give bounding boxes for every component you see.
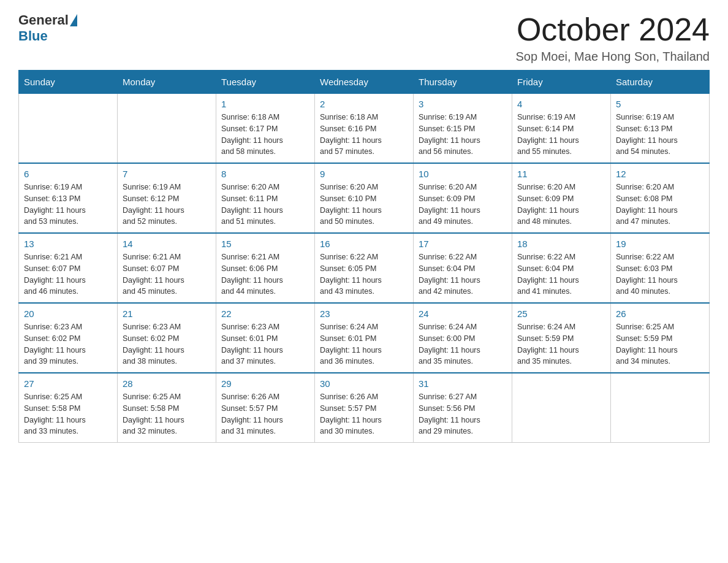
day-number: 15 bbox=[221, 239, 309, 249]
calendar-week-row: 27Sunrise: 6:25 AM Sunset: 5:58 PM Dayli… bbox=[19, 373, 710, 443]
day-info: Sunrise: 6:21 AM Sunset: 6:07 PM Dayligh… bbox=[123, 251, 211, 297]
weekday-header-saturday: Saturday bbox=[611, 71, 710, 94]
day-info: Sunrise: 6:26 AM Sunset: 5:57 PM Dayligh… bbox=[320, 391, 408, 437]
calendar-cell: 10Sunrise: 6:20 AM Sunset: 6:09 PM Dayli… bbox=[414, 163, 512, 233]
day-number: 30 bbox=[320, 378, 408, 389]
day-info: Sunrise: 6:19 AM Sunset: 6:15 PM Dayligh… bbox=[419, 112, 507, 158]
day-info: Sunrise: 6:25 AM Sunset: 5:58 PM Dayligh… bbox=[24, 391, 112, 437]
calendar-cell: 13Sunrise: 6:21 AM Sunset: 6:07 PM Dayli… bbox=[19, 233, 118, 303]
day-info: Sunrise: 6:20 AM Sunset: 6:09 PM Dayligh… bbox=[419, 182, 507, 228]
calendar-cell: 27Sunrise: 6:25 AM Sunset: 5:58 PM Dayli… bbox=[19, 373, 118, 443]
calendar-cell: 19Sunrise: 6:22 AM Sunset: 6:03 PM Dayli… bbox=[611, 233, 710, 303]
weekday-header-wednesday: Wednesday bbox=[315, 71, 414, 94]
day-number: 23 bbox=[320, 308, 408, 319]
calendar-week-row: 20Sunrise: 6:23 AM Sunset: 6:02 PM Dayli… bbox=[19, 303, 710, 373]
day-info: Sunrise: 6:24 AM Sunset: 6:01 PM Dayligh… bbox=[320, 321, 408, 367]
calendar-cell: 30Sunrise: 6:26 AM Sunset: 5:57 PM Dayli… bbox=[315, 373, 414, 443]
day-number: 27 bbox=[24, 378, 112, 389]
calendar-cell: 1Sunrise: 6:18 AM Sunset: 6:17 PM Daylig… bbox=[216, 94, 315, 164]
calendar-cell bbox=[512, 373, 611, 443]
day-info: Sunrise: 6:20 AM Sunset: 6:10 PM Dayligh… bbox=[320, 182, 408, 228]
day-info: Sunrise: 6:26 AM Sunset: 5:57 PM Dayligh… bbox=[221, 391, 309, 437]
logo-general-text: General bbox=[18, 12, 69, 28]
day-number: 4 bbox=[517, 99, 605, 109]
day-number: 8 bbox=[221, 169, 309, 179]
calendar-cell: 20Sunrise: 6:23 AM Sunset: 6:02 PM Dayli… bbox=[19, 303, 118, 373]
calendar-header-row: SundayMondayTuesdayWednesdayThursdayFrid… bbox=[19, 71, 710, 94]
day-info: Sunrise: 6:21 AM Sunset: 6:07 PM Dayligh… bbox=[24, 251, 112, 297]
day-number: 11 bbox=[517, 169, 605, 179]
calendar-cell: 14Sunrise: 6:21 AM Sunset: 6:07 PM Dayli… bbox=[118, 233, 216, 303]
calendar-cell: 7Sunrise: 6:19 AM Sunset: 6:12 PM Daylig… bbox=[118, 163, 216, 233]
day-number: 6 bbox=[24, 169, 112, 179]
calendar-week-row: 13Sunrise: 6:21 AM Sunset: 6:07 PM Dayli… bbox=[19, 233, 710, 303]
day-number: 9 bbox=[320, 169, 408, 179]
day-info: Sunrise: 6:20 AM Sunset: 6:11 PM Dayligh… bbox=[221, 182, 309, 228]
calendar-cell: 22Sunrise: 6:23 AM Sunset: 6:01 PM Dayli… bbox=[216, 303, 315, 373]
calendar-cell: 8Sunrise: 6:20 AM Sunset: 6:11 PM Daylig… bbox=[216, 163, 315, 233]
day-number: 21 bbox=[123, 308, 211, 319]
day-info: Sunrise: 6:20 AM Sunset: 6:08 PM Dayligh… bbox=[616, 182, 704, 228]
logo-blue-text: Blue bbox=[18, 28, 48, 44]
day-number: 22 bbox=[221, 308, 309, 319]
calendar-cell: 12Sunrise: 6:20 AM Sunset: 6:08 PM Dayli… bbox=[611, 163, 710, 233]
calendar-cell bbox=[19, 94, 118, 164]
page-title: October 2024 bbox=[516, 12, 710, 47]
calendar-table: SundayMondayTuesdayWednesdayThursdayFrid… bbox=[18, 70, 710, 443]
page-header: General Blue October 2024 Sop Moei, Mae … bbox=[18, 12, 710, 64]
calendar-cell: 3Sunrise: 6:19 AM Sunset: 6:15 PM Daylig… bbox=[414, 94, 512, 164]
day-number: 16 bbox=[320, 239, 408, 249]
day-info: Sunrise: 6:23 AM Sunset: 6:02 PM Dayligh… bbox=[24, 321, 112, 367]
day-info: Sunrise: 6:27 AM Sunset: 5:56 PM Dayligh… bbox=[419, 391, 507, 437]
day-info: Sunrise: 6:25 AM Sunset: 5:59 PM Dayligh… bbox=[616, 321, 704, 367]
calendar-cell: 5Sunrise: 6:19 AM Sunset: 6:13 PM Daylig… bbox=[611, 94, 710, 164]
calendar-cell: 21Sunrise: 6:23 AM Sunset: 6:02 PM Dayli… bbox=[118, 303, 216, 373]
calendar-cell: 29Sunrise: 6:26 AM Sunset: 5:57 PM Dayli… bbox=[216, 373, 315, 443]
calendar-cell: 18Sunrise: 6:22 AM Sunset: 6:04 PM Dayli… bbox=[512, 233, 611, 303]
calendar-cell: 23Sunrise: 6:24 AM Sunset: 6:01 PM Dayli… bbox=[315, 303, 414, 373]
calendar-cell: 2Sunrise: 6:18 AM Sunset: 6:16 PM Daylig… bbox=[315, 94, 414, 164]
day-number: 28 bbox=[123, 378, 211, 389]
day-number: 18 bbox=[517, 239, 605, 249]
day-number: 19 bbox=[616, 239, 704, 249]
calendar-cell: 24Sunrise: 6:24 AM Sunset: 6:00 PM Dayli… bbox=[414, 303, 512, 373]
day-number: 24 bbox=[419, 308, 507, 319]
day-info: Sunrise: 6:19 AM Sunset: 6:12 PM Dayligh… bbox=[123, 182, 211, 228]
calendar-cell: 31Sunrise: 6:27 AM Sunset: 5:56 PM Dayli… bbox=[414, 373, 512, 443]
day-number: 12 bbox=[616, 169, 704, 179]
day-number: 14 bbox=[123, 239, 211, 249]
day-number: 3 bbox=[419, 99, 507, 109]
day-number: 25 bbox=[517, 308, 605, 319]
day-number: 20 bbox=[24, 308, 112, 319]
day-info: Sunrise: 6:18 AM Sunset: 6:17 PM Dayligh… bbox=[221, 112, 309, 158]
calendar-cell: 17Sunrise: 6:22 AM Sunset: 6:04 PM Dayli… bbox=[414, 233, 512, 303]
day-info: Sunrise: 6:21 AM Sunset: 6:06 PM Dayligh… bbox=[221, 251, 309, 297]
weekday-header-thursday: Thursday bbox=[414, 71, 512, 94]
weekday-header-sunday: Sunday bbox=[19, 71, 118, 94]
day-number: 31 bbox=[419, 378, 507, 389]
calendar-cell: 6Sunrise: 6:19 AM Sunset: 6:13 PM Daylig… bbox=[19, 163, 118, 233]
day-number: 29 bbox=[221, 378, 309, 389]
day-number: 10 bbox=[419, 169, 507, 179]
weekday-header-friday: Friday bbox=[512, 71, 611, 94]
day-number: 17 bbox=[419, 239, 507, 249]
logo: General Blue bbox=[18, 12, 78, 44]
calendar-cell: 4Sunrise: 6:19 AM Sunset: 6:14 PM Daylig… bbox=[512, 94, 611, 164]
day-number: 7 bbox=[123, 169, 211, 179]
day-number: 26 bbox=[616, 308, 704, 319]
day-info: Sunrise: 6:22 AM Sunset: 6:05 PM Dayligh… bbox=[320, 251, 408, 297]
weekday-header-tuesday: Tuesday bbox=[216, 71, 315, 94]
logo-triangle-icon bbox=[70, 14, 77, 26]
day-info: Sunrise: 6:22 AM Sunset: 6:04 PM Dayligh… bbox=[517, 251, 605, 297]
day-info: Sunrise: 6:19 AM Sunset: 6:13 PM Dayligh… bbox=[616, 112, 704, 158]
page-subtitle: Sop Moei, Mae Hong Son, Thailand bbox=[516, 50, 710, 64]
day-number: 2 bbox=[320, 99, 408, 109]
day-number: 13 bbox=[24, 239, 112, 249]
calendar-cell bbox=[118, 94, 216, 164]
weekday-header-monday: Monday bbox=[118, 71, 216, 94]
day-info: Sunrise: 6:25 AM Sunset: 5:58 PM Dayligh… bbox=[123, 391, 211, 437]
day-info: Sunrise: 6:18 AM Sunset: 6:16 PM Dayligh… bbox=[320, 112, 408, 158]
day-info: Sunrise: 6:23 AM Sunset: 6:01 PM Dayligh… bbox=[221, 321, 309, 367]
calendar-week-row: 1Sunrise: 6:18 AM Sunset: 6:17 PM Daylig… bbox=[19, 94, 710, 164]
calendar-cell: 9Sunrise: 6:20 AM Sunset: 6:10 PM Daylig… bbox=[315, 163, 414, 233]
